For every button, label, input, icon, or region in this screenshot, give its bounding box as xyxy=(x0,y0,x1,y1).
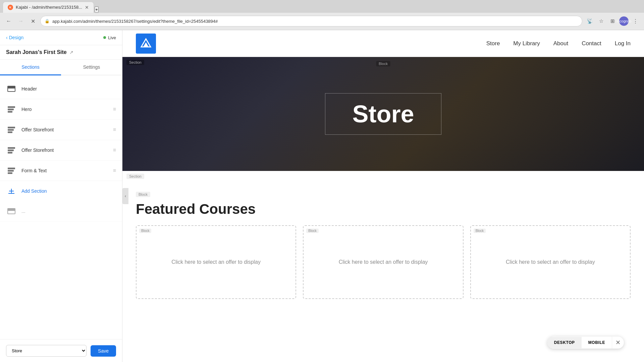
offer-storefront-1-icon xyxy=(6,124,17,135)
offer-storefront-2-label: Offer Storefront xyxy=(21,147,108,153)
featured-section-label: Section xyxy=(126,174,144,179)
course-card-3-text: Click here to select an offer to display xyxy=(506,258,595,266)
main-layout: ‹ Design Live Sarah Jonas's First Site ↗… xyxy=(0,30,644,362)
tab-sections[interactable]: Sections xyxy=(0,60,61,75)
view-toggle-close-button[interactable]: ✕ xyxy=(612,337,624,349)
back-to-design-button[interactable]: ‹ Design xyxy=(6,35,23,40)
site-title-row: Sarah Jonas's First Site ↗ xyxy=(0,45,122,60)
cast-button[interactable]: 📡 xyxy=(585,16,594,26)
hero-section-label: Section xyxy=(126,60,144,65)
site-logo xyxy=(136,34,156,54)
tab-close-button[interactable]: ✕ xyxy=(85,5,89,10)
sidebar-item-offer-storefront-1[interactable]: Offer Storefront ≡ xyxy=(0,120,122,140)
desktop-view-button[interactable]: DESKTOP xyxy=(547,337,582,348)
hero-section-icon xyxy=(6,104,17,115)
back-nav-button[interactable]: ← xyxy=(4,16,13,26)
bookmark-button[interactable]: ☆ xyxy=(596,16,606,26)
site-navigation: Store My Library About Contact Log In xyxy=(122,30,644,57)
course-card-2-block-label: Block xyxy=(306,229,318,233)
site-nav-links: Store My Library About Contact Log In xyxy=(486,40,631,47)
hero-background: Section Block Store xyxy=(122,57,644,171)
hero-content-box[interactable]: Store xyxy=(325,93,441,135)
sidebar-footer: Store Save xyxy=(0,339,122,362)
save-button[interactable]: Save xyxy=(91,345,116,357)
course-card-2[interactable]: Block Click here to select an offer to d… xyxy=(303,225,463,299)
form-text-label: Form & Text xyxy=(21,168,108,173)
course-card-1-text: Click here to select an offer to display xyxy=(171,258,261,266)
view-toggle: DESKTOP MOBILE ✕ xyxy=(547,337,624,349)
course-card-3[interactable]: Block Click here to select an offer to d… xyxy=(470,225,631,299)
live-label: Live xyxy=(108,35,116,40)
active-tab[interactable]: K Kajabi - /admin/themes/2153158... ✕ xyxy=(3,2,94,13)
nav-contact-link[interactable]: Contact xyxy=(582,40,601,47)
offer-storefront-2-drag-handle[interactable]: ≡ xyxy=(113,147,116,153)
address-bar[interactable]: 🔒 app.kajabi.com/admin/themes/2153158267… xyxy=(40,16,582,26)
sidebar-item-hero[interactable]: Hero ≡ xyxy=(0,99,122,120)
offer-storefront-1-drag-handle[interactable]: ≡ xyxy=(113,127,116,133)
sidebar-tabs: Sections Settings xyxy=(0,60,122,75)
nav-login-link[interactable]: Log In xyxy=(615,40,631,47)
site-title: Sarah Jonas's First Site xyxy=(6,49,67,55)
offer-storefront-1-label: Offer Storefront xyxy=(21,127,108,132)
course-card-1-block-label: Block xyxy=(139,229,151,233)
back-chevron-icon: ‹ xyxy=(6,35,8,40)
browser-tabs: K Kajabi - /admin/themes/2153158... ✕ + xyxy=(0,0,644,13)
hero-section-label: Hero xyxy=(21,107,108,112)
form-text-drag-handle[interactable]: ≡ xyxy=(113,168,116,174)
sidebar-collapse-toggle[interactable]: ‹ xyxy=(122,188,128,204)
profile-button[interactable]: Incognito xyxy=(619,16,629,26)
course-cards-grid: Block Click here to select an offer to d… xyxy=(136,225,631,299)
live-dot-icon xyxy=(103,36,106,39)
mobile-view-button[interactable]: MOBILE xyxy=(582,337,612,348)
reload-button[interactable]: ✕ xyxy=(28,16,38,26)
featured-block-label: Block xyxy=(136,192,150,197)
hero-title: Store xyxy=(352,100,414,128)
nav-my-library-link[interactable]: My Library xyxy=(513,40,540,47)
sidebar-toggle-button[interactable]: ⊞ xyxy=(608,16,617,26)
hero-section: Section Block Store xyxy=(122,57,644,171)
external-link-icon[interactable]: ↗ xyxy=(69,50,73,55)
featured-section: Section Block Featured Courses Block Cli… xyxy=(122,171,644,312)
sidebar-item-form-text[interactable]: Form & Text ≡ xyxy=(0,161,122,181)
tab-settings[interactable]: Settings xyxy=(61,60,122,75)
footer-label: ... xyxy=(21,208,116,214)
left-sidebar: ‹ Design Live Sarah Jonas's First Site ↗… xyxy=(0,30,122,362)
featured-courses-title: Featured Courses xyxy=(136,201,631,217)
lock-icon: 🔒 xyxy=(45,19,50,23)
add-section-icon xyxy=(6,186,17,196)
add-section-label: Add Section xyxy=(21,188,47,194)
forward-nav-button[interactable]: → xyxy=(16,16,25,26)
nav-store-link[interactable]: Store xyxy=(486,40,500,47)
sidebar-item-footer-partial[interactable]: ... xyxy=(0,201,122,222)
add-section-button[interactable]: Add Section xyxy=(0,181,122,201)
sidebar-header: ‹ Design Live xyxy=(0,30,122,45)
new-tab-button[interactable]: + xyxy=(95,6,99,13)
tab-title: Kajabi - /admin/themes/2153158... xyxy=(16,5,82,10)
offer-storefront-2-icon xyxy=(6,145,17,156)
form-text-icon xyxy=(6,165,17,176)
hero-block-label: Block xyxy=(376,61,390,66)
course-card-1[interactable]: Block Click here to select an offer to d… xyxy=(136,225,296,299)
live-badge: Live xyxy=(103,35,116,40)
sidebar-item-offer-storefront-2[interactable]: Offer Storefront ≡ xyxy=(0,140,122,161)
header-section-icon xyxy=(6,83,17,94)
header-section-label: Header xyxy=(21,86,116,92)
sidebar-section-list: Header Hero ≡ xyxy=(0,75,122,339)
menu-button[interactable]: ⋮ xyxy=(631,16,640,26)
collapse-chevron-icon: ‹ xyxy=(125,194,126,198)
browser-nav-icons: 📡 ☆ ⊞ Incognito ⋮ xyxy=(585,16,640,26)
sidebar-item-header[interactable]: Header xyxy=(0,79,122,99)
address-text: app.kajabi.com/admin/themes/2153158267/s… xyxy=(52,19,218,24)
back-label: Design xyxy=(9,35,24,40)
nav-about-link[interactable]: About xyxy=(553,40,568,47)
tab-favicon: K xyxy=(8,5,13,10)
hero-drag-handle[interactable]: ≡ xyxy=(113,106,116,112)
page-select-dropdown[interactable]: Store xyxy=(6,345,87,357)
footer-icon xyxy=(6,206,17,217)
browser-chrome: K Kajabi - /admin/themes/2153158... ✕ + … xyxy=(0,0,644,30)
preview-area: ‹ Store My Library About Contact Log In xyxy=(122,30,644,362)
course-card-3-block-label: Block xyxy=(474,229,486,233)
course-card-2-text: Click here to select an offer to display xyxy=(339,258,428,266)
browser-nav: ← → ✕ 🔒 app.kajabi.com/admin/themes/2153… xyxy=(0,13,644,30)
